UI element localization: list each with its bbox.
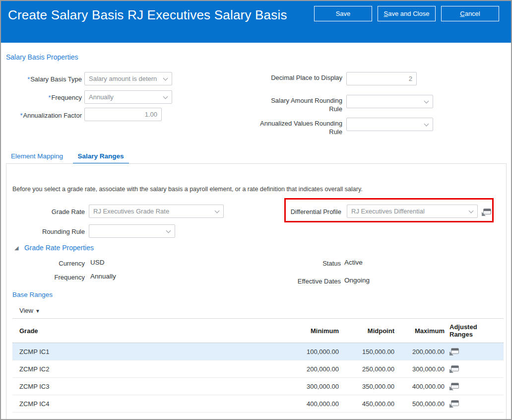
adjusted-ranges-icon[interactable] (449, 365, 459, 373)
annualized-values-rounding-label: Annualized Values Rounding Rule (259, 119, 342, 136)
column-header-adjusted-ranges[interactable]: Adjusted Ranges (445, 323, 480, 338)
column-header-midpoint[interactable]: Midpoint (339, 327, 394, 335)
adjusted-ranges-cell (445, 348, 504, 355)
adjusted-ranges-icon[interactable] (449, 348, 459, 355)
view-menu-button[interactable]: View▼ (19, 307, 40, 314)
grade-rate-frequency-label: Frequency (6, 273, 85, 281)
maximum-cell: 200,000.00 (394, 348, 445, 355)
grade-rate-dropdown[interactable]: RJ Executives Grade Rate (89, 205, 224, 218)
minimum-cell: 300,000.00 (282, 383, 339, 390)
differential-profile-label: Differential Profile (263, 208, 341, 216)
minimum-cell: 200,000.00 (282, 365, 339, 373)
save-button[interactable]: Save (314, 6, 372, 21)
table-row[interactable]: ZCMP IC4 400,000.00 450,000.00 500,000.0… (12, 395, 504, 413)
chevron-down-icon (469, 209, 474, 213)
chevron-down-icon (166, 228, 171, 233)
grade-rate-label: Grade Rate (6, 208, 85, 216)
maximum-cell: 500,000.00 (394, 400, 445, 408)
midpoint-cell: 250,000.00 (339, 365, 394, 373)
chevron-down-icon (424, 122, 429, 127)
annualization-factor-label: Annualization Factor (1, 111, 82, 120)
annualization-factor-input[interactable]: 1.00 (84, 108, 162, 121)
save-and-close-button[interactable]: Save and Close (378, 6, 436, 21)
maximum-cell: 300,000.00 (394, 365, 445, 373)
column-header-maximum[interactable]: Maximum (394, 327, 445, 335)
maximum-cell: 400,000.00 (394, 383, 445, 390)
differential-profile-detail-icon[interactable] (482, 209, 491, 216)
grade-rate-properties-title: Grade Rate Properties (24, 244, 94, 252)
create-salary-basis-window: Create Salary Basis RJ Executives Salary… (0, 0, 512, 420)
salary-ranges-panel: Before you select a grade rate, associat… (6, 163, 507, 420)
status-label: Status (263, 259, 341, 268)
base-ranges-heading: Base Ranges (12, 291, 53, 298)
adjusted-ranges-icon[interactable] (449, 400, 459, 408)
table-header-row: Grade Minimum Midpoint Maximum Adjusted … (12, 319, 504, 343)
minimum-cell: 100,000.00 (282, 348, 339, 355)
salary-basis-properties-heading: Salary Basis Properties (6, 53, 78, 61)
chevron-down-icon (424, 99, 429, 104)
chevron-down-icon (215, 209, 220, 213)
tab-bar: Element Mapping Salary Ranges (6, 150, 506, 163)
grade-cell: ZCMP IC3 (12, 383, 282, 390)
effective-dates-value: Ongoing (344, 277, 370, 284)
grade-rate-frequency-value: Annually (90, 273, 116, 280)
chevron-down-icon (163, 94, 168, 99)
midpoint-cell: 450,000.00 (339, 400, 394, 408)
rounding-rule-dropdown[interactable] (89, 224, 175, 238)
cancel-button[interactable]: Cancel (441, 6, 499, 21)
column-header-grade[interactable]: Grade (12, 327, 282, 335)
frequency-label: Frequency (1, 93, 82, 102)
grade-rate-info-text: Before you select a grade rate, associat… (12, 186, 363, 193)
collapse-triangle-icon[interactable]: ◢ (14, 245, 18, 251)
page-header-banner: Create Salary Basis RJ Executives Salary… (1, 1, 511, 43)
midpoint-cell: 150,000.00 (339, 348, 394, 355)
effective-dates-label: Effective Dates (263, 277, 341, 285)
grade-cell: ZCMP IC1 (12, 348, 282, 355)
salary-basis-type-dropdown[interactable]: Salary amount is detern (84, 72, 172, 85)
grade-cell: ZCMP IC2 (12, 365, 282, 373)
minimum-cell: 400,000.00 (282, 400, 339, 408)
annualized-values-rounding-dropdown[interactable] (346, 118, 433, 131)
adjusted-ranges-cell (445, 365, 504, 373)
grade-cell: ZCMP IC4 (12, 400, 282, 408)
caret-down-icon: ▼ (35, 308, 40, 314)
rounding-rule-label: Rounding Rule (6, 227, 85, 236)
grade-rate-properties-header[interactable]: ◢ Grade Rate Properties (14, 243, 94, 252)
chevron-down-icon (163, 76, 168, 81)
salary-amount-rounding-label: Salary Amount Rounding Rule (259, 96, 342, 113)
currency-label: Currency (6, 259, 85, 268)
differential-profile-dropdown[interactable]: RJ Executives Differential (347, 205, 478, 218)
table-row[interactable]: ZCMP IC2 200,000.00 250,000.00 300,000.0… (12, 360, 504, 378)
table-body: ZCMP IC1 100,000.00 150,000.00 200,000.0… (12, 343, 504, 413)
table-row[interactable]: ZCMP IC1 100,000.00 150,000.00 200,000.0… (12, 343, 504, 360)
table-row[interactable]: ZCMP IC3 300,000.00 350,000.00 400,000.0… (12, 378, 504, 395)
salary-basis-type-label: Salary Basis Type (1, 75, 82, 83)
status-value: Active (344, 259, 363, 266)
tab-element-mapping[interactable]: Element Mapping (6, 150, 68, 163)
decimal-place-label: Decimal Place to Display (259, 73, 342, 82)
adjusted-ranges-icon[interactable] (449, 383, 459, 390)
page-title: Create Salary Basis RJ Executives Salary… (8, 7, 287, 23)
currency-value: USD (90, 259, 105, 266)
header-actions: Save Save and Close Cancel (314, 6, 499, 21)
midpoint-cell: 350,000.00 (339, 383, 394, 390)
decimal-place-input[interactable]: 2 (346, 72, 417, 85)
frequency-dropdown[interactable]: Annually (84, 90, 172, 104)
base-ranges-table: Grade Minimum Midpoint Maximum Adjusted … (12, 318, 504, 413)
adjusted-ranges-cell (445, 382, 504, 390)
column-header-minimum[interactable]: Minimum (282, 327, 339, 335)
adjusted-ranges-cell (445, 400, 504, 408)
salary-amount-rounding-dropdown[interactable] (346, 95, 433, 108)
